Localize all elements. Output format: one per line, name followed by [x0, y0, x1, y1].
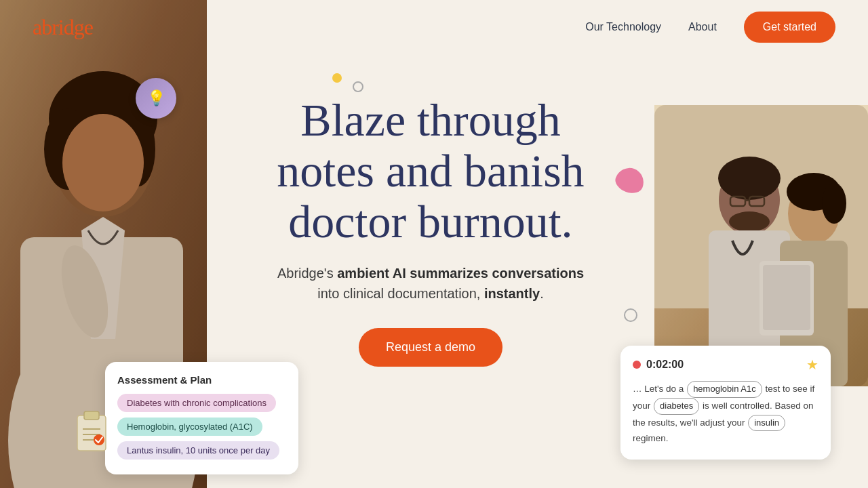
decorative-dot-outline-right: [624, 308, 637, 322]
star-icon[interactable]: ★: [806, 357, 818, 373]
brand-logo[interactable]: abridge: [33, 15, 93, 40]
svg-rect-32: [84, 411, 99, 420]
transcript-time: 0:02:00: [633, 359, 684, 371]
nav-links: Our Technology About Get started: [585, 12, 835, 43]
assessment-item-1: Diabetes with chronic complications: [117, 394, 276, 412]
hero-subtitle-suffix: into clinical documentation,: [317, 286, 484, 301]
svg-rect-31: [77, 415, 106, 451]
navbar: abridge Our Technology About Get started: [0, 0, 868, 54]
assessment-item-2: Hemoglobin, glycosylated (A1C): [117, 418, 262, 436]
transcript-header: 0:02:00 ★: [633, 357, 818, 373]
transcript-text-4: regimen.: [633, 433, 669, 443]
transcript-text: … Let's do a hemoglobin A1c test to see …: [633, 381, 818, 446]
lightbulb-icon: 💡: [147, 89, 165, 107]
nav-about[interactable]: About: [688, 21, 717, 33]
recording-dot: [633, 361, 641, 369]
svg-rect-30: [654, 105, 868, 386]
hero-subtitle-bold: ambient AI summarizes conversations: [337, 266, 584, 281]
assessment-items: Diabetes with chronic complications Hemo…: [117, 394, 286, 460]
lightbulb-bubble: 💡: [136, 78, 176, 119]
request-demo-button[interactable]: Request a demo: [359, 328, 502, 367]
clipboard-icon: [75, 410, 108, 451]
hero-subtitle: Abridge's ambient AI summarizes conversa…: [275, 263, 587, 304]
transcript-tag-a1c: hemoglobin A1c: [687, 381, 762, 398]
hero-subtitle-bold2: instantly: [484, 286, 540, 301]
hero-subtitle-end: .: [540, 286, 544, 301]
hero-subtitle-prefix: Abridge's: [277, 266, 337, 281]
transcript-timestamp: 0:02:00: [646, 359, 684, 371]
right-doctors-photo: [654, 105, 868, 386]
nav-technology[interactable]: Our Technology: [585, 21, 661, 33]
hero-section: Blaze through notes and banish doctor bu…: [207, 54, 654, 367]
decorative-dot-outline-top: [353, 81, 363, 92]
transcript-tag-diabetes: diabetes: [654, 398, 699, 415]
assessment-item-3: Lantus insulin, 10 units once per day: [117, 441, 279, 460]
decorative-dot-yellow: [332, 73, 342, 83]
transcript-text-before: … Let's do a: [633, 384, 684, 394]
transcript-tag-insulin: insulin: [748, 415, 785, 432]
hero-title: Blaze through notes and banish doctor bu…: [254, 95, 607, 247]
assessment-card-title: Assessment & Plan: [117, 374, 286, 386]
transcript-card: 0:02:00 ★ … Let's do a hemoglobin A1c te…: [620, 346, 831, 460]
nav-get-started-button[interactable]: Get started: [744, 12, 835, 43]
assessment-card: Assessment & Plan Diabetes with chronic …: [105, 362, 298, 474]
